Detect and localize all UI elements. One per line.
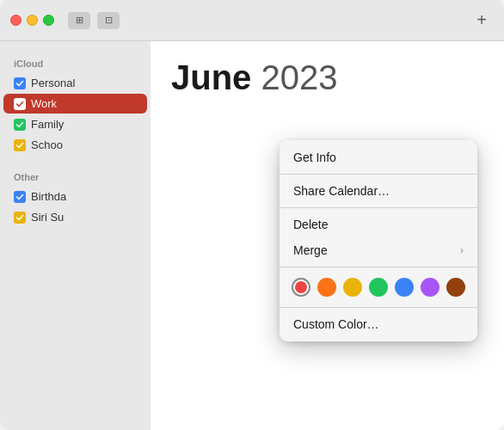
chevron-right-icon: › <box>460 244 464 256</box>
separator-4 <box>280 307 477 308</box>
main-layout: iCloud Personal Work Family <box>0 41 504 430</box>
color-swatch-orange[interactable] <box>317 278 336 297</box>
sidebar-item-siri[interactable]: Siri Su <box>3 207 147 227</box>
close-button[interactable] <box>10 15 22 26</box>
sidebar-item-personal[interactable]: Personal <box>3 73 147 93</box>
separator-1 <box>280 174 477 175</box>
sidebar-item-school[interactable]: Schoo <box>3 135 147 155</box>
share-calendar-label: Share Calendar… <box>293 184 390 198</box>
sidebar-item-family[interactable]: Family <box>3 114 147 134</box>
month-label: June <box>171 58 251 96</box>
color-swatch-green[interactable] <box>369 278 388 297</box>
family-checkbox[interactable] <box>14 119 26 131</box>
minimize-button[interactable] <box>27 15 38 26</box>
content-area: June 2023 Get Info Share Calendar… Delet… <box>151 41 504 430</box>
menu-item-custom-color[interactable]: Custom Color… <box>280 311 477 337</box>
sidebar-item-work[interactable]: Work <box>3 94 147 114</box>
icloud-section-label: iCloud <box>0 52 151 72</box>
color-swatch-brown[interactable] <box>446 278 465 297</box>
merge-label: Merge <box>293 243 328 257</box>
birthdays-label: Birthda <box>31 190 66 203</box>
traffic-lights <box>10 15 54 26</box>
app-window: ⊞ ⊡ + iCloud Personal Work <box>0 0 504 430</box>
delete-label: Delete <box>293 218 328 231</box>
separator-2 <box>280 207 477 208</box>
menu-item-merge[interactable]: Merge › <box>280 237 477 263</box>
birthdays-checkbox[interactable] <box>14 191 26 203</box>
month-year-title: June 2023 <box>171 58 483 96</box>
titlebar: ⊞ ⊡ + <box>0 0 504 41</box>
personal-checkbox[interactable] <box>14 77 26 89</box>
color-swatch-purple[interactable] <box>421 278 439 297</box>
menu-item-get-info[interactable]: Get Info <box>280 144 477 170</box>
grid-view-icon[interactable]: ⊞ <box>68 12 90 29</box>
family-label: Family <box>31 118 64 131</box>
sidebar-item-birthdays[interactable]: Birthda <box>3 187 147 206</box>
color-swatch-yellow[interactable] <box>343 278 362 297</box>
school-label: Schoo <box>31 138 63 151</box>
color-swatch-red-selected[interactable] <box>292 278 310 297</box>
work-checkbox[interactable] <box>14 98 26 110</box>
get-info-label: Get Info <box>293 150 336 164</box>
menu-item-share-calendar[interactable]: Share Calendar… <box>280 178 477 204</box>
color-swatches-row <box>280 271 477 304</box>
color-swatch-blue[interactable] <box>395 278 414 297</box>
year-label: 2023 <box>261 58 337 96</box>
maximize-button[interactable] <box>43 15 54 26</box>
personal-label: Personal <box>31 77 75 89</box>
work-label: Work <box>31 97 57 110</box>
sidebar: iCloud Personal Work Family <box>0 41 151 430</box>
siri-label: Siri Su <box>31 211 64 224</box>
other-section-label: Other <box>0 165 151 186</box>
menu-item-delete[interactable]: Delete <box>280 212 477 237</box>
titlebar-icons: ⊞ ⊡ <box>68 12 120 29</box>
separator-3 <box>280 267 477 267</box>
custom-color-label: Custom Color… <box>293 317 379 331</box>
school-checkbox[interactable] <box>14 139 26 151</box>
siri-checkbox[interactable] <box>14 212 26 224</box>
context-menu: Get Info Share Calendar… Delete Merge › <box>280 140 477 341</box>
inbox-icon[interactable]: ⊡ <box>97 12 120 29</box>
add-button[interactable]: + <box>470 10 494 30</box>
